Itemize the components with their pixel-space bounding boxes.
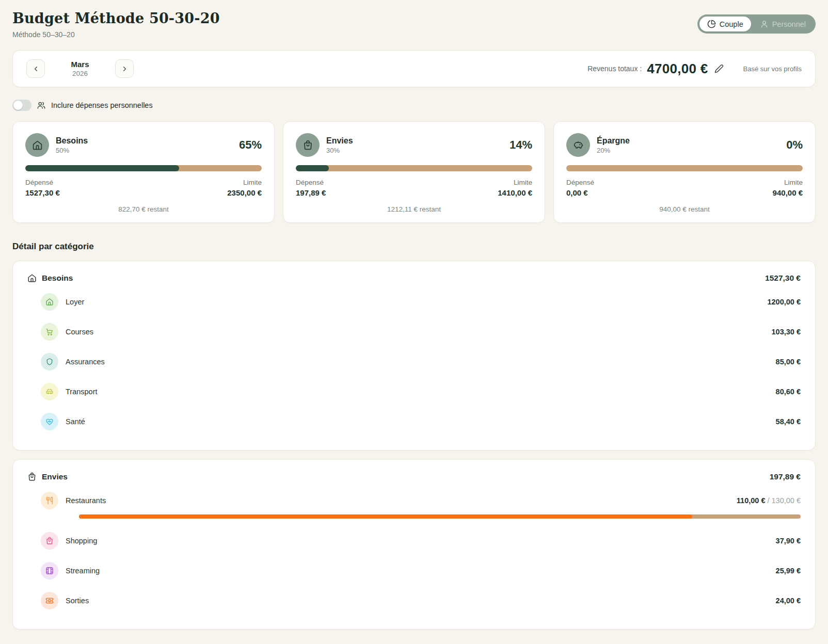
include-personal-switch[interactable] <box>12 100 31 111</box>
section-total: 1527,30 € <box>765 273 801 283</box>
month-year: 2026 <box>66 70 94 77</box>
category-row-sorties[interactable]: Sorties 24,00 € <box>27 586 801 616</box>
section-name: Besoins <box>42 273 73 283</box>
envies-avatar <box>296 133 320 157</box>
toggle-personal-label: Personnel <box>772 20 806 28</box>
toggle-personal-button[interactable]: Personnel <box>752 17 814 31</box>
toggle-couple-button[interactable]: Couple <box>699 17 751 31</box>
card-target-pct: 50% <box>56 147 88 154</box>
spent-value: 197,89 € <box>296 188 326 197</box>
progress-fill <box>296 165 329 171</box>
category-label: Transport <box>66 388 98 396</box>
shield-icon <box>45 358 54 366</box>
summary-cards: Besoins 50% 65% Dépensé 1527,30 € Limite… <box>12 121 816 223</box>
limit-label: Limite <box>227 179 262 186</box>
film-icon <box>45 567 54 575</box>
card-title: Besoins <box>56 136 88 146</box>
limit-label: Limite <box>773 179 803 186</box>
section-name: Envies <box>42 472 68 481</box>
ticket-icon <box>45 597 54 605</box>
category-label: Shopping <box>66 537 97 545</box>
section-envies: Envies 197,89 € Restaurants 110,00 € / 1… <box>12 459 816 630</box>
category-row-transport[interactable]: Transport 80,60 € <box>27 377 801 407</box>
total-revenue: Revenus totaux : 4700,00 € Basé sur vos … <box>587 61 802 77</box>
progress-fill <box>25 165 179 171</box>
category-amount: 1200,00 € <box>767 298 801 306</box>
switch-knob <box>13 101 23 110</box>
spent-label: Dépensé <box>25 179 60 186</box>
detail-heading: Détail par catégorie <box>12 242 816 252</box>
include-personal-row: Inclure dépenses personnelles <box>12 100 816 111</box>
category-amount: 103,30 € <box>772 328 801 336</box>
besoins-avatar <box>25 133 49 157</box>
category-row-loyer[interactable]: Loyer 1200,00 € <box>27 287 801 317</box>
month-navigator: Mars 2026 <box>26 59 134 78</box>
section-total: 197,89 € <box>770 472 801 481</box>
page-subtitle: Méthode 50–30–20 <box>12 30 220 39</box>
card-used-pct: 65% <box>239 138 262 152</box>
summary-card-epargne: Épargne 20% 0% Dépensé 0,00 € Limite 940… <box>553 121 816 223</box>
besoins-progress-bar <box>25 165 262 171</box>
toggle-couple-label: Couple <box>720 20 743 28</box>
pie-chart-icon <box>707 20 716 28</box>
home-icon <box>27 273 37 283</box>
chevron-left-icon <box>32 65 40 73</box>
section-header: Envies 197,89 € <box>27 472 801 481</box>
category-row-streaming[interactable]: Streaming 25,99 € <box>27 556 801 586</box>
next-month-button[interactable] <box>115 59 134 78</box>
category-label: Sorties <box>66 597 89 605</box>
users-icon <box>37 101 46 110</box>
category-amount: 37,90 € <box>776 537 801 545</box>
category-row-sante[interactable]: Santé 58,40 € <box>27 407 801 437</box>
view-mode-toggle: Couple Personnel <box>697 14 816 34</box>
cart-icon <box>45 328 54 336</box>
category-row-restaurants[interactable]: Restaurants 110,00 € / 130,00 € <box>27 481 801 526</box>
remaining-value: 940,00 € restant <box>566 205 803 213</box>
shopping-bag-icon <box>302 140 313 151</box>
category-label: Loyer <box>66 298 84 306</box>
spent-label: Dépensé <box>296 179 326 186</box>
previous-month-button[interactable] <box>26 59 45 78</box>
revenue-hint: Basé sur vos profils <box>743 65 802 73</box>
category-label: Restaurants <box>66 496 106 505</box>
include-personal-label: Inclure dépenses personnelles <box>51 101 153 109</box>
epargne-progress-bar <box>566 165 803 171</box>
home-icon <box>45 298 54 306</box>
category-amount: 110,00 € <box>737 496 766 505</box>
category-row-assurances[interactable]: Assurances 85,00 € <box>27 347 801 377</box>
limit-value: 940,00 € <box>773 188 803 197</box>
card-target-pct: 20% <box>597 147 630 154</box>
limit-label: Limite <box>498 179 532 186</box>
chevron-right-icon <box>121 65 129 73</box>
category-label: Streaming <box>66 567 100 575</box>
month-name: Mars <box>66 60 94 69</box>
title-block: Budget Méthode 50-30-20 Méthode 50–30–20 <box>12 10 220 39</box>
shopping-bag-icon <box>45 537 54 545</box>
top-header: Budget Méthode 50-30-20 Méthode 50–30–20… <box>12 10 816 39</box>
progress-fill <box>79 514 692 519</box>
budget-page: Budget Méthode 50-30-20 Méthode 50–30–20… <box>0 0 828 644</box>
category-limit: / 130,00 € <box>765 496 801 505</box>
home-icon <box>32 140 43 151</box>
summary-card-envies: Envies 30% 14% Dépensé 197,89 € Limite 1… <box>283 121 545 223</box>
category-label: Assurances <box>66 358 105 366</box>
card-target-pct: 30% <box>326 147 353 154</box>
category-row-shopping[interactable]: Shopping 37,90 € <box>27 526 801 556</box>
remaining-value: 822,70 € restant <box>25 205 262 213</box>
card-used-pct: 0% <box>786 138 803 152</box>
card-title: Envies <box>326 136 353 146</box>
category-row-courses[interactable]: Courses 103,30 € <box>27 317 801 347</box>
epargne-avatar <box>566 133 590 157</box>
spent-value: 0,00 € <box>566 188 594 197</box>
pencil-icon <box>714 64 724 73</box>
spent-value: 1527,30 € <box>25 188 60 197</box>
person-icon <box>760 20 769 28</box>
edit-revenue-button[interactable] <box>714 64 724 73</box>
limit-value: 1410,00 € <box>498 188 532 197</box>
utensils-icon <box>45 496 54 505</box>
category-amount: 58,40 € <box>776 417 801 426</box>
car-icon <box>45 388 54 396</box>
limit-value: 2350,00 € <box>227 188 262 197</box>
page-title: Budget Méthode 50-30-20 <box>12 10 220 26</box>
revenue-label: Revenus totaux : <box>587 65 642 73</box>
